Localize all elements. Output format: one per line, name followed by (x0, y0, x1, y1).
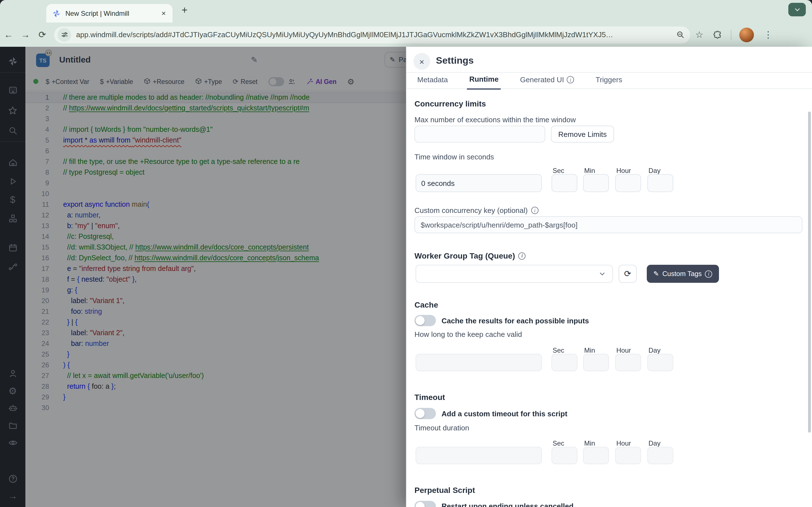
tab-generated-ui[interactable]: Generated UIi (518, 75, 576, 89)
tune-icon (61, 31, 68, 38)
pencil-icon: ✎ (653, 270, 659, 278)
browser-menu-icon[interactable]: ⋮ (764, 29, 773, 40)
extensions-icon[interactable] (714, 30, 723, 39)
unit-label-hour: Hour (616, 439, 631, 447)
tab-metadata[interactable]: Metadata (415, 75, 450, 89)
chevron-down-icon (599, 270, 606, 277)
tab-strip: New Script | Windmill × + (0, 0, 812, 22)
unit-label-min: Min (584, 439, 595, 447)
settings-tabs: Metadata Runtime Generated UIi Triggers (407, 73, 812, 89)
cache-min-input[interactable] (583, 354, 609, 371)
unit-label-day: Day (649, 439, 661, 447)
concurrency-heading: Concurrency limits (414, 99, 486, 108)
unit-label-hour: Hour (616, 346, 631, 354)
tab-close-icon[interactable]: × (160, 9, 167, 17)
unit-label-sec: Sec (553, 439, 564, 447)
timeout-hour-input[interactable] (615, 447, 641, 464)
settings-drawer: × Settings Metadata Runtime Generated UI… (406, 47, 812, 507)
timeout-min-input[interactable] (583, 447, 609, 464)
chevron-down-icon (794, 6, 801, 13)
max-executions-label: Max number of executions within the time… (414, 115, 576, 124)
perpetual-toggle[interactable] (414, 501, 436, 507)
worker-group-select[interactable] (416, 265, 613, 283)
new-tab-button[interactable]: + (182, 5, 188, 15)
unit-label-sec: Sec (553, 346, 564, 354)
info-icon: i (567, 76, 574, 83)
timeout-toggle-label: Add a custom timeout for this script (442, 409, 567, 418)
tab-runtime[interactable]: Runtime (467, 75, 501, 90)
time-window-hour-input[interactable] (615, 174, 641, 192)
info-icon: i (705, 270, 712, 277)
browser-toolbar: ← → ⟳ app.windmill.dev/scripts/add#JTdCJ… (0, 22, 812, 47)
app-content: $ ⚙ → TS Untitled ✎ ✎Pa $+Context Var (0, 47, 812, 507)
toolbar-separator (731, 30, 732, 40)
custom-tags-label: Custom Tags (662, 270, 702, 278)
cache-duration-input[interactable] (416, 354, 542, 371)
perpetual-toggle-label: Restart upon ending unless cancelled (442, 502, 573, 507)
cache-toggle-label: Cache the results for each possible inpu… (442, 317, 589, 325)
cache-day-input[interactable] (647, 354, 673, 371)
unit-label-min: Min (584, 346, 595, 354)
time-window-day-input[interactable] (647, 174, 673, 192)
cache-sec-input[interactable] (552, 354, 577, 371)
cache-heading: Cache (414, 300, 438, 309)
drawer-scrollbar[interactable] (808, 112, 811, 433)
time-window-sec-input[interactable] (552, 174, 577, 192)
timeout-day-input[interactable] (647, 447, 673, 464)
tab-triggers[interactable]: Triggers (594, 75, 624, 89)
profile-avatar[interactable] (740, 27, 754, 42)
worker-group-heading: Worker Group Tag (Queue) (414, 251, 515, 260)
windmill-favicon (52, 9, 61, 18)
timeout-sec-input[interactable] (552, 447, 577, 464)
max-executions-input[interactable] (414, 126, 545, 143)
cache-toggle[interactable] (414, 315, 436, 326)
unit-label-min: Min (584, 167, 595, 175)
bookmark-star-icon[interactable]: ☆ (695, 29, 703, 40)
time-window-min-input[interactable] (583, 174, 609, 192)
worker-group-heading-row: Worker Group Tag (Queue)i (414, 251, 526, 260)
info-icon[interactable]: i (531, 207, 539, 214)
address-bar[interactable]: app.windmill.dev/scripts/add#JTdCJTIyaGF… (54, 26, 690, 43)
timeout-toggle[interactable] (414, 408, 436, 419)
remove-limits-button[interactable]: Remove Limits (551, 126, 614, 143)
info-icon[interactable]: i (518, 252, 526, 260)
concurrency-key-input[interactable] (414, 216, 802, 233)
modal-dim-overlay[interactable] (0, 47, 406, 507)
time-window-label: Time window in seconds (414, 153, 494, 161)
tab-search-button[interactable] (788, 3, 806, 16)
timeout-duration-label: Timeout duration (414, 424, 469, 432)
browser-window: New Script | Windmill × + ← → ⟳ app.wind… (0, 0, 812, 507)
concurrency-key-label: Custom concurrency key (optional) (414, 206, 528, 215)
unit-label-sec: Sec (553, 167, 564, 175)
timeout-heading: Timeout (414, 393, 445, 402)
settings-title: Settings (436, 55, 474, 66)
close-icon[interactable]: × (413, 53, 430, 70)
unit-label-day: Day (649, 167, 661, 175)
cache-duration-label: How long to the keep cache valid (414, 330, 522, 339)
tab-title: New Script | Windmill (65, 9, 160, 17)
concurrency-key-label-row: Custom concurrency key (optional)i (414, 206, 539, 215)
back-button[interactable]: ← (0, 30, 17, 40)
custom-tags-button[interactable]: ✎Custom Tagsi (647, 265, 719, 283)
url-text[interactable]: app.windmill.dev/scripts/add#JTdCJTIyaGF… (76, 31, 672, 39)
site-info-icon[interactable] (57, 28, 71, 41)
zoom-out-icon[interactable] (676, 31, 684, 39)
time-window-input[interactable]: 0 seconds (416, 174, 542, 192)
reload-button[interactable]: ⟳ (34, 29, 51, 40)
browser-tab[interactable]: New Script | Windmill × (46, 4, 172, 22)
cache-hour-input[interactable] (615, 354, 641, 371)
unit-label-day: Day (649, 346, 661, 354)
refresh-tags-button[interactable]: ⟳ (619, 265, 637, 283)
unit-label-hour: Hour (616, 167, 631, 175)
perpetual-heading: Perpetual Script (414, 486, 475, 495)
forward-button[interactable]: → (17, 30, 34, 40)
timeout-duration-input[interactable] (416, 447, 542, 464)
